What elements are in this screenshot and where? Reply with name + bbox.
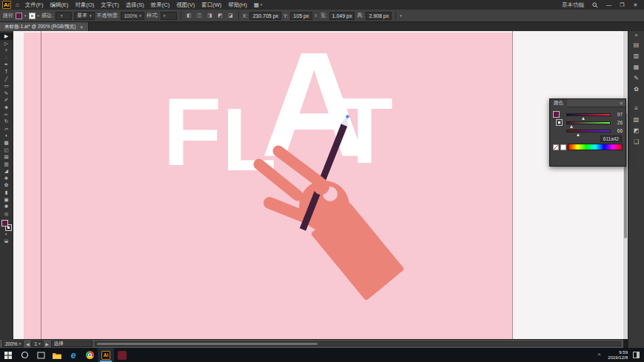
link-dimensions-icon[interactable]: ∞ [314,14,318,17]
type-tool[interactable]: T [0,68,13,76]
hand-illustration[interactable] [13,31,623,339]
tab-close-icon[interactable]: ✕ [80,24,84,30]
pinned-app-button[interactable] [114,348,130,362]
color-panel-icon[interactable]: ▤ [634,41,640,49]
color-panel-tab[interactable]: 颜色 [550,99,567,107]
align-left-icon[interactable]: ◧ [185,13,193,19]
rotate-tool[interactable]: ↻ [0,118,13,125]
menu-window[interactable]: 窗口(W) [198,1,224,9]
panel-fill-stroke[interactable] [553,110,563,130]
start-button[interactable] [0,348,16,362]
illustrator-taskbar-button[interactable]: Ai [98,348,114,362]
menu-view[interactable]: 视图(V) [173,1,198,9]
opacity-dropdown[interactable]: 100% ▾ [121,12,144,20]
transparency-panel-icon[interactable]: ◩ [634,127,640,135]
maximize-button[interactable]: ❐ [616,2,628,8]
expand-panels-icon[interactable]: « [635,33,638,38]
align-bottom-icon[interactable]: ◪ [227,13,235,19]
next-artboard-icon[interactable]: ▶ [46,342,49,346]
menu-object[interactable]: 对象(O) [72,1,97,9]
stroke-panel-icon[interactable]: ≡ [634,105,638,113]
fill-swatch[interactable] [1,220,8,227]
document-tab[interactable]: 未标题-1.ai* @ 200% (RGB/预览) ✕ [0,22,89,31]
document-layout-icon[interactable]: ▦ ▾ [251,1,266,8]
lasso-tool[interactable]: ◌ [0,54,13,61]
menu-select[interactable]: 选择(S) [123,1,147,9]
color-guide-panel-icon[interactable]: ▥ [634,53,640,60]
brushes-panel-icon[interactable]: ✎ [634,75,639,82]
symbols-panel-icon[interactable]: ✿ [634,86,639,93]
notification-center-icon[interactable] [633,352,640,358]
hand-tool[interactable]: ✱ [0,203,13,210]
tray-expand-icon[interactable]: ^ [594,352,605,358]
menu-edit[interactable]: 编辑(E) [47,1,71,9]
selection-tool[interactable]: ▶ [0,33,13,40]
green-slider-handle[interactable] [570,125,573,128]
menu-file[interactable]: 文件(F) [22,1,47,9]
artboard-tool[interactable]: ▣ [0,196,13,204]
blue-slider-handle[interactable] [577,133,580,136]
pencil-tool[interactable]: ✐ [0,96,13,104]
taskbar-clock[interactable]: 9:59 2019/12/8 [604,350,631,361]
direct-selection-tool[interactable]: ▷ [0,40,13,47]
minimize-button[interactable]: — [603,2,615,7]
shape-builder-tool[interactable]: ◱ [0,147,13,154]
swatches-panel-icon[interactable]: ▦ [634,64,640,71]
red-value[interactable]: 97 [613,112,623,117]
height-input[interactable]: 2.908 px [366,12,392,20]
workspace-switcher[interactable]: 基本功能 [558,1,588,9]
fill-caret-icon[interactable]: ▾ [24,14,27,18]
layers-panel-icon[interactable]: ❏ [634,138,639,146]
edge-browser-button[interactable]: e [65,348,81,362]
eraser-tool[interactable]: ◈ [0,104,13,111]
task-view-button[interactable] [33,348,49,362]
menu-help[interactable]: 帮助(H) [225,1,249,9]
scale-tool[interactable]: ▱ [0,125,13,133]
menu-type[interactable]: 文字(T) [98,1,122,9]
artboard-navigation-dropdown[interactable]: 1 ▾ [31,341,43,347]
width-input[interactable]: 1.049 px [329,12,355,20]
gradient-panel-icon[interactable]: ▧ [634,116,640,124]
column-graph-tool[interactable]: ▮ [0,189,13,196]
white-swatch[interactable] [560,144,566,150]
stroke-weight-dropdown[interactable]: ▾ [56,12,72,20]
x-input[interactable]: 230.705 px [249,12,281,20]
blend-tool[interactable]: ❖ [0,175,13,182]
y-input[interactable]: 105 px [290,12,312,20]
stroke-color-swatch[interactable] [29,13,36,19]
paintbrush-tool[interactable]: ✎ [0,90,13,97]
line-segment-tool[interactable]: ╱ [0,76,13,83]
search-button[interactable] [16,348,33,362]
green-value[interactable]: 26 [613,120,623,125]
green-slider[interactable] [566,121,611,124]
align-top-icon[interactable]: ◩ [216,13,224,19]
home-icon[interactable]: ⌂ [13,1,21,8]
menu-effect[interactable]: 效果(C) [148,1,172,9]
align-right-icon[interactable]: ◨ [206,13,214,19]
screen-mode-button[interactable]: ⬓ [0,238,13,244]
red-slider-handle[interactable] [582,117,585,120]
rectangle-tool[interactable]: ▭ [0,82,13,90]
blue-slider[interactable] [566,130,611,133]
search-icon[interactable] [588,2,602,8]
panel-menu-icon[interactable]: ≡ [617,101,625,106]
previous-artboard-icon[interactable]: ◀ [26,342,29,346]
fill-stroke-indicator[interactable] [1,220,12,231]
close-button[interactable]: ✕ [629,2,642,8]
style-dropdown[interactable]: ▾ [161,12,177,20]
hex-value-field[interactable]: 611a42 [600,135,622,142]
symbol-sprayer-tool[interactable]: ✿ [0,181,13,189]
color-spectrum-bar[interactable] [568,144,623,150]
mesh-tool[interactable]: ▤ [0,153,13,161]
eyedropper-tool[interactable]: ◢ [0,167,13,175]
scissors-tool[interactable]: ✂ [0,111,13,118]
width-tool[interactable]: ◖ [0,132,13,139]
horizontal-scrollbar[interactable] [95,341,621,346]
zoom-tool[interactable]: ◎ [0,210,13,218]
pen-tool[interactable]: ✒ [0,61,13,68]
stroke-caret-icon[interactable]: ▾ [38,14,40,18]
none-swatch[interactable] [553,144,559,150]
free-transform-tool[interactable]: ▩ [0,139,13,147]
red-slider[interactable] [566,113,611,116]
panel-fill-swatch[interactable] [553,111,560,118]
